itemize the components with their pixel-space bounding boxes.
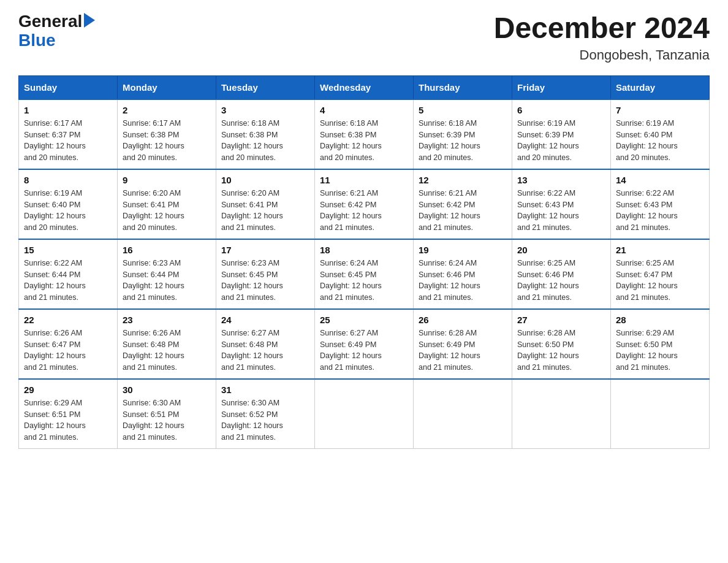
day-info: Sunrise: 6:22 AMSunset: 6:43 PMDaylight:… — [616, 188, 704, 234]
day-number: 8 — [24, 175, 112, 185]
logo-blue-text: Blue — [18, 31, 95, 50]
day-number: 10 — [221, 175, 309, 185]
day-info: Sunrise: 6:17 AMSunset: 6:37 PMDaylight:… — [24, 118, 112, 164]
calendar-cell: 7Sunrise: 6:19 AMSunset: 6:40 PMDaylight… — [611, 99, 710, 169]
day-number: 14 — [616, 175, 704, 185]
day-info: Sunrise: 6:17 AMSunset: 6:38 PMDaylight:… — [123, 118, 211, 164]
day-info: Sunrise: 6:24 AMSunset: 6:45 PMDaylight:… — [320, 258, 408, 304]
day-number: 21 — [616, 245, 704, 255]
calendar-cell: 30Sunrise: 6:30 AMSunset: 6:51 PMDayligh… — [118, 379, 216, 449]
calendar-cell: 19Sunrise: 6:24 AMSunset: 6:46 PMDayligh… — [414, 239, 512, 309]
calendar-cell: 26Sunrise: 6:28 AMSunset: 6:49 PMDayligh… — [414, 309, 512, 379]
calendar-cell: 11Sunrise: 6:21 AMSunset: 6:42 PMDayligh… — [315, 169, 414, 239]
day-info: Sunrise: 6:28 AMSunset: 6:50 PMDaylight:… — [517, 327, 605, 373]
calendar-header-monday: Monday — [118, 75, 216, 99]
day-number: 11 — [320, 175, 408, 185]
day-number: 31 — [221, 385, 309, 395]
day-number: 7 — [616, 105, 704, 115]
day-info: Sunrise: 6:27 AMSunset: 6:49 PMDaylight:… — [320, 327, 408, 373]
calendar-header-wednesday: Wednesday — [315, 75, 414, 99]
day-info: Sunrise: 6:18 AMSunset: 6:39 PMDaylight:… — [419, 118, 507, 164]
calendar-cell — [414, 379, 512, 449]
calendar-cell — [512, 379, 611, 449]
calendar-cell: 4Sunrise: 6:18 AMSunset: 6:38 PMDaylight… — [315, 99, 414, 169]
day-info: Sunrise: 6:22 AMSunset: 6:43 PMDaylight:… — [517, 188, 605, 234]
calendar-cell: 5Sunrise: 6:18 AMSunset: 6:39 PMDaylight… — [414, 99, 512, 169]
calendar-cell: 14Sunrise: 6:22 AMSunset: 6:43 PMDayligh… — [611, 169, 710, 239]
calendar-cell — [611, 379, 710, 449]
day-number: 25 — [320, 315, 408, 325]
calendar-cell: 24Sunrise: 6:27 AMSunset: 6:48 PMDayligh… — [216, 309, 315, 379]
day-info: Sunrise: 6:23 AMSunset: 6:44 PMDaylight:… — [123, 258, 211, 304]
day-info: Sunrise: 6:20 AMSunset: 6:41 PMDaylight:… — [123, 188, 211, 234]
calendar-week-row-2: 8Sunrise: 6:19 AMSunset: 6:40 PMDaylight… — [19, 169, 710, 239]
day-number: 23 — [123, 315, 211, 325]
day-number: 30 — [123, 385, 211, 395]
calendar-header-row: SundayMondayTuesdayWednesdayThursdayFrid… — [19, 75, 710, 99]
day-number: 5 — [419, 105, 507, 115]
day-number: 18 — [320, 245, 408, 255]
calendar-cell: 28Sunrise: 6:29 AMSunset: 6:50 PMDayligh… — [611, 309, 710, 379]
day-info: Sunrise: 6:28 AMSunset: 6:49 PMDaylight:… — [419, 327, 507, 373]
day-info: Sunrise: 6:30 AMSunset: 6:51 PMDaylight:… — [123, 397, 211, 443]
calendar-cell: 6Sunrise: 6:19 AMSunset: 6:39 PMDaylight… — [512, 99, 611, 169]
calendar-header-thursday: Thursday — [414, 75, 512, 99]
logo-arrow-icon — [84, 13, 95, 28]
day-number: 17 — [221, 245, 309, 255]
calendar-cell: 20Sunrise: 6:25 AMSunset: 6:46 PMDayligh… — [512, 239, 611, 309]
calendar-cell: 13Sunrise: 6:22 AMSunset: 6:43 PMDayligh… — [512, 169, 611, 239]
day-info: Sunrise: 6:19 AMSunset: 6:40 PMDaylight:… — [24, 188, 112, 234]
calendar-cell: 31Sunrise: 6:30 AMSunset: 6:52 PMDayligh… — [216, 379, 315, 449]
day-info: Sunrise: 6:25 AMSunset: 6:46 PMDaylight:… — [517, 258, 605, 304]
calendar-cell: 29Sunrise: 6:29 AMSunset: 6:51 PMDayligh… — [19, 379, 118, 449]
calendar-table: SundayMondayTuesdayWednesdayThursdayFrid… — [18, 75, 710, 449]
calendar-cell — [315, 379, 414, 449]
calendar-cell: 10Sunrise: 6:20 AMSunset: 6:41 PMDayligh… — [216, 169, 315, 239]
page-subtitle: Dongobesh, Tanzania — [494, 47, 710, 63]
day-info: Sunrise: 6:24 AMSunset: 6:46 PMDaylight:… — [419, 258, 507, 304]
day-info: Sunrise: 6:27 AMSunset: 6:48 PMDaylight:… — [221, 327, 309, 373]
day-number: 22 — [24, 315, 112, 325]
title-block: December 2024 Dongobesh, Tanzania — [494, 12, 710, 63]
day-info: Sunrise: 6:21 AMSunset: 6:42 PMDaylight:… — [320, 188, 408, 234]
calendar-cell: 8Sunrise: 6:19 AMSunset: 6:40 PMDaylight… — [19, 169, 118, 239]
calendar-cell: 12Sunrise: 6:21 AMSunset: 6:42 PMDayligh… — [414, 169, 512, 239]
day-info: Sunrise: 6:18 AMSunset: 6:38 PMDaylight:… — [221, 118, 309, 164]
day-number: 26 — [419, 315, 507, 325]
calendar-header-sunday: Sunday — [19, 75, 118, 99]
day-number: 9 — [123, 175, 211, 185]
day-info: Sunrise: 6:23 AMSunset: 6:45 PMDaylight:… — [221, 258, 309, 304]
day-info: Sunrise: 6:19 AMSunset: 6:39 PMDaylight:… — [517, 118, 605, 164]
day-info: Sunrise: 6:21 AMSunset: 6:42 PMDaylight:… — [419, 188, 507, 234]
day-info: Sunrise: 6:18 AMSunset: 6:38 PMDaylight:… — [320, 118, 408, 164]
calendar-week-row-4: 22Sunrise: 6:26 AMSunset: 6:47 PMDayligh… — [19, 309, 710, 379]
calendar-cell: 3Sunrise: 6:18 AMSunset: 6:38 PMDaylight… — [216, 99, 315, 169]
calendar-cell: 15Sunrise: 6:22 AMSunset: 6:44 PMDayligh… — [19, 239, 118, 309]
day-info: Sunrise: 6:25 AMSunset: 6:47 PMDaylight:… — [616, 258, 704, 304]
calendar-cell: 2Sunrise: 6:17 AMSunset: 6:38 PMDaylight… — [118, 99, 216, 169]
day-info: Sunrise: 6:19 AMSunset: 6:40 PMDaylight:… — [616, 118, 704, 164]
calendar-cell: 9Sunrise: 6:20 AMSunset: 6:41 PMDaylight… — [118, 169, 216, 239]
calendar-cell: 16Sunrise: 6:23 AMSunset: 6:44 PMDayligh… — [118, 239, 216, 309]
day-info: Sunrise: 6:29 AMSunset: 6:50 PMDaylight:… — [616, 327, 704, 373]
day-info: Sunrise: 6:20 AMSunset: 6:41 PMDaylight:… — [221, 188, 309, 234]
day-number: 15 — [24, 245, 112, 255]
calendar-cell: 18Sunrise: 6:24 AMSunset: 6:45 PMDayligh… — [315, 239, 414, 309]
day-number: 3 — [221, 105, 309, 115]
day-number: 29 — [24, 385, 112, 395]
day-info: Sunrise: 6:22 AMSunset: 6:44 PMDaylight:… — [24, 258, 112, 304]
day-number: 6 — [517, 105, 605, 115]
calendar-cell: 27Sunrise: 6:28 AMSunset: 6:50 PMDayligh… — [512, 309, 611, 379]
day-number: 24 — [221, 315, 309, 325]
calendar-cell: 17Sunrise: 6:23 AMSunset: 6:45 PMDayligh… — [216, 239, 315, 309]
day-info: Sunrise: 6:30 AMSunset: 6:52 PMDaylight:… — [221, 397, 309, 443]
calendar-cell: 23Sunrise: 6:26 AMSunset: 6:48 PMDayligh… — [118, 309, 216, 379]
day-info: Sunrise: 6:26 AMSunset: 6:48 PMDaylight:… — [123, 327, 211, 373]
page-title: December 2024 — [494, 12, 710, 45]
calendar-cell: 1Sunrise: 6:17 AMSunset: 6:37 PMDaylight… — [19, 99, 118, 169]
day-number: 16 — [123, 245, 211, 255]
day-number: 4 — [320, 105, 408, 115]
logo-general-text: General — [18, 12, 82, 31]
day-number: 28 — [616, 315, 704, 325]
day-info: Sunrise: 6:26 AMSunset: 6:47 PMDaylight:… — [24, 327, 112, 373]
